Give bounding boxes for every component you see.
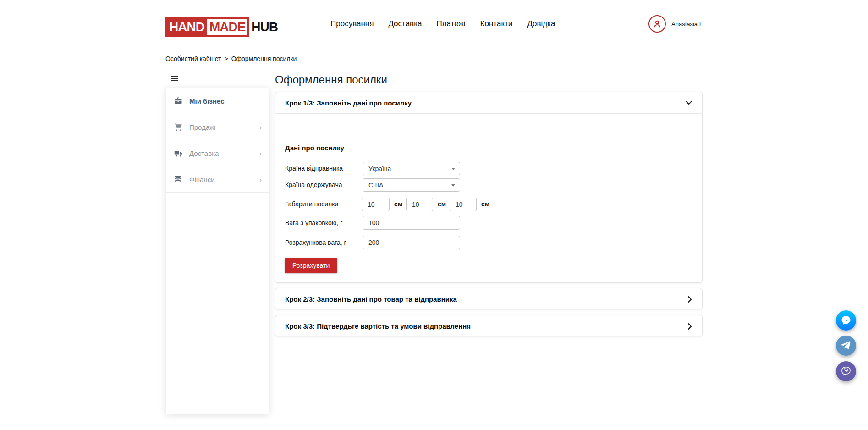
step-3-card: Крок 3/3: Підтвердьте вартість та умови …	[275, 315, 703, 336]
step-1-body: Дані про посилку Країна відправника Укра…	[275, 114, 702, 283]
parcel-data-section-title: Дані про посилку	[285, 144, 344, 152]
step-3-title: Крок 3/3: Підтвердьте вартість та умови …	[285, 322, 471, 330]
sidebar-item-label: Мій бізнес	[189, 97, 225, 105]
recipient-country-select[interactable]: США	[363, 178, 460, 192]
sidebar-item-label: Продажі	[189, 123, 216, 131]
nav-item-payments[interactable]: Платежі	[436, 19, 465, 28]
sender-country-value: Україна	[368, 165, 391, 172]
dimension-unit: см	[481, 200, 489, 208]
step-3-header[interactable]: Крок 3/3: Підтвердьте вартість та умови …	[275, 315, 702, 337]
weight-label: Вага з упаковкою, г	[285, 219, 342, 226]
sender-country-select[interactable]: Україна	[363, 162, 460, 175]
sidebar-item-label: Фінанси	[189, 176, 215, 183]
breadcrumb-separator: >	[224, 55, 228, 62]
dimension-unit: см	[394, 200, 402, 208]
chevron-right-icon: ›	[259, 176, 262, 183]
page-title: Оформлення посилки	[275, 73, 387, 86]
telegram-button[interactable]	[836, 336, 856, 356]
dimension-height-input[interactable]	[450, 198, 477, 211]
sidebar-item-sales[interactable]: Продажі ›	[166, 114, 269, 140]
step-1-title: Крок 1/3: Заповніть дані про посилку	[285, 99, 412, 107]
step-1-header[interactable]: Крок 1/3: Заповніть дані про посилку	[275, 92, 702, 114]
sidebar-item-delivery[interactable]: Доставка ›	[166, 140, 269, 166]
brand-part-hub: HUB	[251, 20, 278, 34]
user-name: Anastasia I	[671, 21, 701, 28]
dropdown-arrow-icon	[451, 168, 455, 170]
chevron-down-icon[interactable]	[685, 100, 692, 105]
calculate-button[interactable]: Розрахувати	[285, 258, 337, 273]
dimension-unit: см	[438, 200, 446, 208]
step-2-card: Крок 2/3: Заповніть дані про товар та ві…	[275, 288, 703, 309]
sidebar-item-finance[interactable]: Фінанси ›	[166, 166, 269, 193]
user-account[interactable]: Anastasia I	[648, 0, 701, 48]
avatar	[648, 15, 666, 33]
breadcrumb: Особистий кабінет > Оформлення посилки	[165, 55, 297, 62]
person-icon	[652, 19, 662, 29]
recipient-country-label: Країна одержувача	[285, 181, 342, 188]
weight-input[interactable]	[363, 216, 460, 230]
chevron-right-icon[interactable]	[687, 296, 692, 303]
chevron-right-icon: ›	[259, 149, 262, 157]
brand-logo-box: HAND MADE	[165, 17, 249, 37]
nav-item-contacts[interactable]: Контакти	[480, 19, 513, 28]
truck-icon	[173, 148, 183, 158]
brand-part-hand: HAND	[169, 20, 204, 34]
cart-icon	[173, 122, 183, 132]
top-navigation: Просування Доставка Платежі Контакти Дов…	[330, 0, 555, 48]
nav-item-delivery[interactable]: Доставка	[388, 19, 422, 28]
sender-country-label: Країна відправника	[285, 165, 343, 172]
messenger-button[interactable]	[836, 310, 856, 331]
breadcrumb-current: Оформлення посилки	[231, 55, 297, 62]
hamburger-icon[interactable]	[171, 76, 178, 81]
sidebar-item-my-business[interactable]: Мій бізнес	[166, 88, 269, 114]
step-2-title: Крок 2/3: Заповніть дані про товар та ві…	[285, 295, 457, 303]
nav-item-promotion[interactable]: Просування	[330, 19, 374, 28]
dimensions-label: Габарити посилки	[285, 200, 338, 208]
recipient-country-value: США	[368, 182, 383, 189]
brand-logo[interactable]: HAND MADE HUB	[165, 17, 278, 37]
viber-button[interactable]	[836, 361, 856, 381]
brand-part-made: MADE	[207, 19, 247, 35]
calc-weight-input[interactable]	[363, 236, 460, 249]
coins-icon	[173, 174, 183, 184]
calc-weight-label: Розрахункова вага, г	[285, 239, 346, 246]
chevron-right-icon[interactable]	[687, 323, 692, 330]
step-1-card: Крок 1/3: Заповніть дані про посилку Дан…	[275, 92, 703, 283]
sidebar-item-label: Доставка	[189, 149, 219, 157]
breadcrumb-home[interactable]: Особистий кабінет	[165, 55, 221, 62]
chevron-right-icon: ›	[259, 123, 262, 131]
dimension-width-input[interactable]	[406, 198, 433, 211]
briefcase-icon	[173, 96, 183, 106]
viber-icon	[840, 365, 852, 377]
dimension-length-input[interactable]	[362, 198, 390, 211]
dropdown-arrow-icon	[451, 184, 455, 187]
messenger-icon	[841, 315, 852, 326]
telegram-icon	[841, 340, 852, 351]
sidebar: Мій бізнес Продажі › Доставка › Фіна	[166, 88, 269, 414]
nav-item-help[interactable]: Довідка	[527, 19, 555, 28]
step-2-header[interactable]: Крок 2/3: Заповніть дані про товар та ві…	[275, 288, 702, 310]
